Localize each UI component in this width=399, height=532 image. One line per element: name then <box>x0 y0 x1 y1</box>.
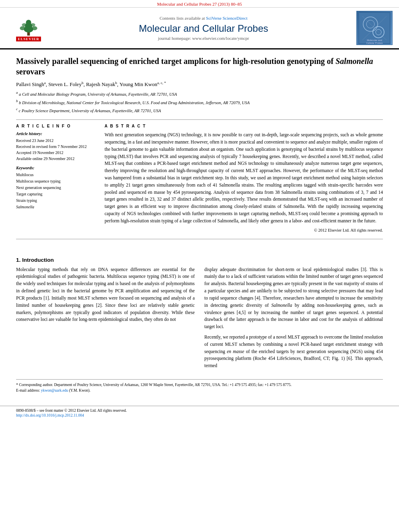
affiliation-c: c c Poultry Science Department, Universi… <box>16 107 383 114</box>
svg-text:Molecular and: Molecular and <box>367 39 382 41</box>
journal-logo-right: Molecular and Cellular Probes <box>356 11 393 45</box>
elsevier-brand-text: ELSEVIER <box>16 37 41 41</box>
article-info-column: A R T I C L E I N F O Article history: R… <box>16 124 97 232</box>
footnote-email: E-mail address: ykwon@uark.edu (Y.M. Kwo… <box>16 388 383 393</box>
introduction-columns: Molecular typing methods that rely on DN… <box>16 266 383 373</box>
received-revised-date: Received in revised form 7 November 2012 <box>16 144 97 150</box>
keyword-5: Strain typing <box>16 197 97 204</box>
journal-center-info: Contents lists available at SciVerse Sci… <box>55 16 352 41</box>
issn-text: 0890-8508/$ – see front matter © 2012 El… <box>16 409 383 413</box>
author4-name: , Young Min Kwon <box>117 81 157 87</box>
intro-right-col: display adequate discrimination for shor… <box>204 266 383 373</box>
article-content: Massively parallel sequencing of enriche… <box>0 49 399 251</box>
intro-left-col: Molecular typing methods that rely on DN… <box>16 266 195 373</box>
footnote-area: * Corresponding author. Department of Po… <box>16 379 383 394</box>
svg-point-5 <box>32 26 37 30</box>
author3-name: , Rajesh Nayak <box>83 81 115 87</box>
keyword-1: Multilocus <box>16 172 97 178</box>
elsevier-logo-area: ELSEVIER <box>6 15 51 41</box>
svg-point-4 <box>20 26 25 30</box>
author1-name: Pallavi Singh <box>16 81 44 87</box>
info-abstract-columns: A R T I C L E I N F O Article history: R… <box>16 124 383 232</box>
author2-name: , Steven L. Foley <box>46 81 82 87</box>
footnote-corresponding: * Corresponding author. Department of Po… <box>16 382 383 388</box>
history-label: Article history: <box>16 131 97 136</box>
intro-right-text-2: Recently, we reported a prototype of a n… <box>204 334 383 370</box>
abstract-header: A B S T R A C T <box>105 124 383 128</box>
abstract-column: A B S T R A C T With next generation seq… <box>105 124 383 232</box>
keyword-3: Next generation sequencing <box>16 185 97 191</box>
affiliations: a a Cell and Molecular Biology Program, … <box>16 90 383 114</box>
svg-point-3 <box>26 20 31 25</box>
divider-1 <box>16 119 383 120</box>
email-link[interactable]: ykwon@uark.edu <box>41 388 68 392</box>
author4-sup: a, c, * <box>157 81 166 85</box>
doi-link[interactable]: http://dx.doi.org/10.1016/j.mcp.2012.11.… <box>16 413 383 417</box>
article-title: Massively parallel sequencing of enriche… <box>16 56 383 77</box>
copyright-line: © 2012 Elsevier Ltd. All rights reserved… <box>105 228 383 232</box>
keyword-6: Salmonella <box>16 204 97 210</box>
abstract-text: With next generation sequencing (NGS) te… <box>105 131 383 225</box>
body-content: 1. Introduction Molecular typing methods… <box>0 257 399 402</box>
svg-point-6 <box>22 23 27 26</box>
journal-citation: Molecular and Cellular Probes 27 (2013) … <box>157 2 242 6</box>
sciverse-link[interactable]: SciVerse ScienceDirect <box>206 16 247 21</box>
journal-cover-image: Molecular and Cellular Probes <box>356 11 393 45</box>
journal-cover-icon: Molecular and Cellular Probes <box>358 12 391 44</box>
sciverse-info: Contents lists available at SciVerse Sci… <box>55 16 352 21</box>
intro-right-text: display adequate discrimination for shor… <box>204 266 383 331</box>
keywords-section: Keywords: Multilocus Multilocus sequence… <box>16 166 97 210</box>
article-info-header: A R T I C L E I N F O <box>16 124 97 128</box>
divider-2 <box>16 239 383 239</box>
available-date: Available online 29 November 2012 <box>16 156 97 162</box>
introduction-title: 1. Introduction <box>16 257 383 263</box>
keywords-label: Keywords: <box>16 166 97 170</box>
keyword-4: Target capturing <box>16 191 97 197</box>
bottom-bar: 0890-8508/$ – see front matter © 2012 El… <box>0 406 399 420</box>
affiliation-a: a a Cell and Molecular Biology Program, … <box>16 90 383 97</box>
affiliation-b: b b Division of Microbiology, National C… <box>16 99 383 106</box>
journal-header: ELSEVIER Contents lists available at Sci… <box>0 8 399 49</box>
svg-point-7 <box>31 23 35 26</box>
article-authors: Pallavi Singha, Steven L. Foleyb, Rajesh… <box>16 81 383 88</box>
received-date: Received 23 June 2012 <box>16 138 97 144</box>
article-history: Article history: Received 23 June 2012 R… <box>16 131 97 162</box>
accepted-date: Accepted 19 November 2012 <box>16 150 97 156</box>
journal-top-bar: Molecular and Cellular Probes 27 (2013) … <box>0 0 399 8</box>
elsevier-tree-icon <box>14 16 43 37</box>
journal-title: Molecular and Cellular Probes <box>55 23 352 34</box>
svg-text:Cellular Probes: Cellular Probes <box>366 42 383 44</box>
intro-left-text: Molecular typing methods that rely on DN… <box>16 266 195 324</box>
keyword-2: Multilocus sequence typing <box>16 178 97 185</box>
journal-homepage: journal homepage: www.elsevier.com/locat… <box>55 36 352 41</box>
